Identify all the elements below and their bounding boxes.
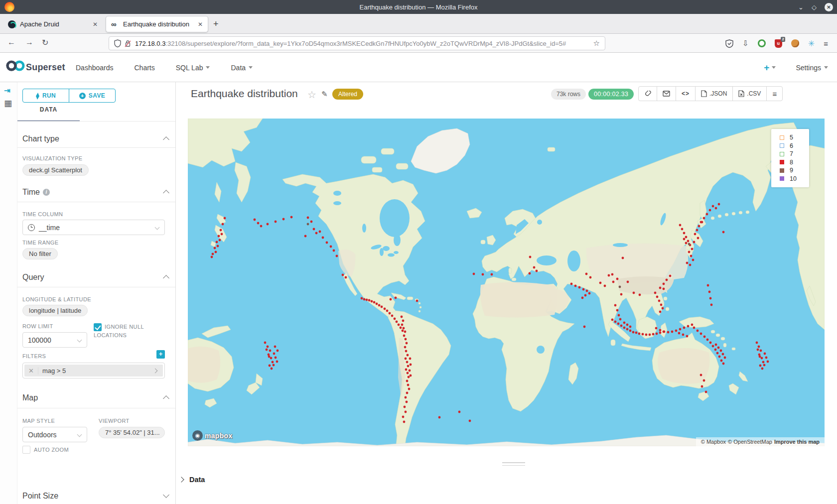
section-query[interactable]: Query (22, 273, 44, 282)
data-section-toggle[interactable]: Data (179, 476, 205, 484)
osm-attribution[interactable]: © OpenStreetMap (728, 439, 772, 445)
ublock-badge: 2 (781, 37, 785, 42)
extension-green-icon[interactable] (758, 39, 766, 47)
email-button[interactable] (657, 87, 676, 101)
chart-menu-button[interactable]: ≡ (767, 87, 782, 101)
time-range-value[interactable]: No filter (22, 248, 58, 259)
maximize-icon[interactable]: ◇ (812, 3, 817, 11)
new-tab-button[interactable]: + (213, 19, 219, 29)
reload-button[interactable]: ↻ (42, 38, 48, 47)
nav-item-sql-lab[interactable]: SQL Lab (176, 64, 210, 72)
caret-down-icon (249, 66, 253, 69)
file-x-icon (738, 90, 744, 97)
viewport-value[interactable]: 7° 35' 54.02" | 31... (99, 427, 165, 438)
datasource-grid-icon[interactable]: ▦ (4, 98, 12, 109)
pocket-icon[interactable] (725, 39, 733, 48)
export-json-button[interactable]: .JSON (696, 87, 733, 101)
link-icon (644, 90, 651, 97)
superset-logo[interactable] (6, 59, 25, 72)
legend-item-9[interactable]: 9 (780, 166, 809, 175)
auto-zoom-checkbox[interactable] (22, 446, 30, 454)
improve-map-link[interactable]: Improve this map (774, 439, 820, 445)
superset-favicon: ∞ (111, 20, 119, 28)
extension-asterisk-icon[interactable]: ✳ (808, 39, 815, 48)
viz-type-value[interactable]: deck.gl Scatterplot (22, 164, 89, 176)
chevron-up-icon[interactable] (163, 395, 169, 402)
chevron-down-icon (155, 225, 160, 230)
bookmark-star-icon[interactable]: ☆ (593, 39, 600, 48)
chevron-up-icon[interactable] (163, 275, 169, 281)
tab-data[interactable]: DATA (17, 106, 80, 113)
remove-filter-icon[interactable]: ✕ (24, 367, 38, 375)
chevron-right-icon (153, 368, 158, 373)
tab-apache-druid[interactable]: Apache Druid ✕ (3, 16, 103, 32)
insecure-lock-icon[interactable] (125, 40, 131, 47)
legend-item-8[interactable]: 8 (780, 158, 809, 167)
tab-close-icon[interactable]: ✕ (198, 21, 203, 28)
mapbox-logo[interactable]: ◉ mapbox (192, 430, 232, 441)
tab-close-icon[interactable]: ✕ (93, 21, 98, 28)
caret-down-icon (206, 66, 210, 69)
filter-chip[interactable]: ✕ mag > 5 (24, 365, 163, 377)
nav-item-charts[interactable]: Charts (135, 64, 155, 72)
firefox-logo-icon (4, 2, 14, 12)
minimize-icon[interactable]: ⌄ (798, 3, 804, 11)
explore-header: Earthquake distribution ☆ ✎ Altered 73k … (176, 82, 837, 119)
map-attribution: © Mapbox © OpenStreetMap Improve this ma… (696, 437, 825, 446)
map-style-label: MAP STYLE (22, 418, 55, 424)
downloads-icon[interactable]: ⇩ (742, 39, 749, 48)
legend-item-10[interactable]: 10 (780, 175, 809, 183)
legend-swatch (780, 176, 784, 181)
run-button[interactable]: RUN (23, 89, 69, 102)
forward-button[interactable]: → (25, 38, 33, 47)
browser-menu-icon[interactable]: ≡ (824, 39, 828, 48)
ublock-icon[interactable]: u2 (775, 39, 782, 48)
nav-item-dashboards[interactable]: Dashboards (76, 64, 114, 72)
caret-down-icon (824, 66, 828, 69)
chevron-down-icon[interactable] (163, 492, 169, 498)
chevron-up-icon[interactable] (163, 136, 169, 143)
browser-titlebar: Earthquake distribution — Mozilla Firefo… (0, 0, 837, 14)
tracking-shield-icon[interactable] (114, 39, 121, 47)
embed-code-button[interactable]: <> (676, 87, 696, 101)
panel-resize-handle[interactable] (502, 462, 525, 468)
add-new-button[interactable]: + (764, 62, 776, 73)
url-bar[interactable]: 172.18.0.3:32108/superset/explore/?form_… (109, 36, 605, 50)
section-map[interactable]: Map (22, 393, 38, 402)
tab-earthquake-distribution[interactable]: ∞ Earthquake distribution ✕ (106, 16, 208, 32)
altered-badge: Altered (332, 89, 363, 100)
copy-link-button[interactable] (639, 87, 657, 101)
nav-item-data[interactable]: Data (231, 64, 253, 72)
edit-title-icon[interactable]: ✎ (321, 90, 328, 99)
cookie-extension-icon[interactable] (791, 39, 799, 47)
section-chart-type[interactable]: Chart type (22, 134, 59, 143)
chart-title: Earthquake distribution (191, 88, 298, 100)
mapbox-attribution[interactable]: © Mapbox (701, 439, 726, 445)
expand-panel-icon[interactable]: ⇥ (4, 86, 10, 95)
legend-swatch (780, 135, 784, 140)
export-csv-button[interactable]: .CSV (733, 87, 767, 101)
chevron-up-icon[interactable] (163, 190, 169, 196)
plus-circle-icon: + (79, 93, 86, 99)
save-button[interactable]: +SAVE (69, 89, 115, 102)
row-limit-select[interactable]: 100000 (22, 332, 87, 348)
map-style-select[interactable]: Outdoors (22, 427, 87, 442)
time-column-select[interactable]: __time (22, 220, 165, 235)
filter-field: ✕ mag > 5 (22, 363, 165, 378)
caret-down-icon (772, 66, 776, 69)
back-button[interactable]: ← (7, 38, 15, 47)
legend-swatch (780, 168, 784, 173)
add-filter-button[interactable]: + (156, 350, 165, 359)
filters-label: FILTERS (22, 353, 46, 359)
close-window-icon[interactable]: ✕ (825, 3, 833, 11)
brand-name[interactable]: Superset (26, 62, 65, 73)
section-time[interactable]: Timei (22, 188, 50, 197)
section-point-size[interactable]: Point Size (22, 492, 58, 501)
favorite-star-icon[interactable]: ☆ (307, 89, 316, 101)
legend-item-6[interactable]: 6 (780, 142, 809, 150)
legend-item-7[interactable]: 7 (780, 150, 809, 158)
deckgl-scatterplot-map[interactable]: 5678910 ◉ mapbox © Mapbox © OpenStreetMa… (188, 119, 825, 446)
settings-menu[interactable]: Settings (796, 64, 828, 72)
lonlat-value[interactable]: longitude | latitude (22, 305, 88, 316)
legend-item-5[interactable]: 5 (780, 133, 809, 142)
